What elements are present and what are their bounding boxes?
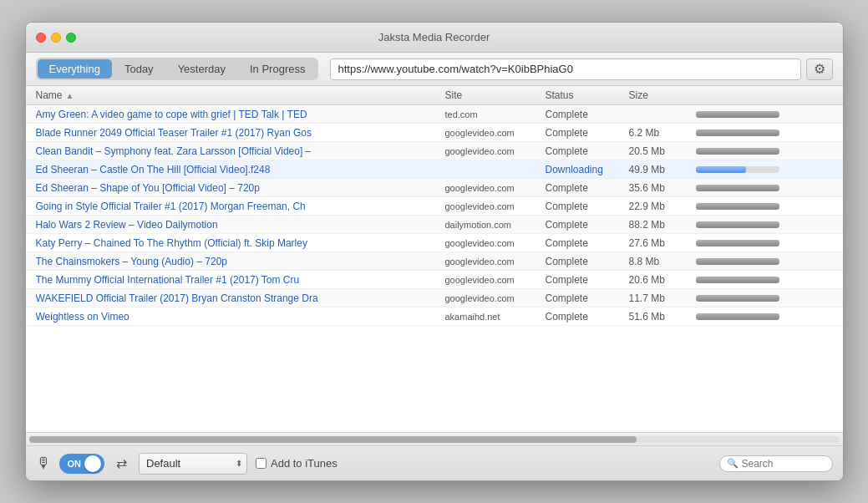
progress-bar-fill	[696, 203, 779, 210]
close-button[interactable]	[36, 33, 46, 43]
cell-site: googlevideo.com	[445, 257, 546, 267]
minimize-button[interactable]	[51, 33, 61, 43]
cell-bar	[696, 185, 833, 191]
table-row[interactable]: The Chainsmokers – Young (Audio) – 720p …	[26, 252, 843, 271]
cell-size: 49.9 Mb	[629, 164, 696, 175]
quality-select[interactable]: Default MP3 MP4 AAC FLAC	[139, 453, 247, 475]
cell-bar	[696, 130, 833, 136]
tab-inprogress[interactable]: In Progress	[238, 59, 317, 79]
table-row[interactable]: Amy Green: A video game to cope with gri…	[26, 105, 843, 124]
scrollbar-track[interactable]	[29, 436, 840, 443]
cell-name: Clean Bandit – Symphony feat. Zara Larss…	[36, 145, 445, 157]
cell-size: 27.6 Mb	[629, 237, 696, 249]
go-button[interactable]: ⚙	[806, 58, 833, 80]
table-body: Amy Green: A video game to cope with gri…	[26, 105, 843, 432]
titlebar: Jaksta Media Recorder	[26, 23, 843, 53]
cell-name: WAKEFIELD Official Trailer (2017) Bryan …	[36, 292, 445, 304]
progress-bar-fill	[696, 130, 779, 136]
cell-size: 22.9 Mb	[629, 201, 696, 212]
progress-bar-fill	[696, 185, 779, 191]
cell-status: Complete	[546, 109, 629, 120]
cell-bar	[696, 313, 833, 320]
tab-yesterday[interactable]: Yesterday	[166, 59, 237, 79]
cell-bar	[696, 258, 833, 265]
progress-bar-bg	[696, 313, 779, 320]
cell-status: Complete	[546, 127, 629, 139]
tab-everything[interactable]: Everything	[38, 59, 112, 79]
progress-bar-fill	[696, 111, 779, 118]
cell-site: googlevideo.com	[445, 293, 546, 303]
col-site: Site	[445, 89, 546, 101]
cell-status: Complete	[546, 311, 629, 323]
table-row[interactable]: Weightless on Vimeo akamaihd.net Complet…	[26, 307, 843, 326]
cell-status: Complete	[546, 201, 629, 212]
main-window: Jaksta Media Recorder Everything Today Y…	[25, 22, 844, 481]
table-row[interactable]: Halo Wars 2 Review – Video Dailymotion d…	[26, 216, 843, 234]
shuffle-icon[interactable]: ⇄	[113, 452, 130, 475]
itunes-checkbox-label[interactable]: Add to iTunes	[256, 457, 338, 470]
cell-status: Complete	[546, 237, 629, 249]
scrollbar-thumb[interactable]	[29, 436, 637, 443]
cell-site: ted.com	[445, 109, 546, 119]
cell-bar	[696, 148, 833, 155]
progress-bar-fill	[696, 313, 779, 320]
search-box[interactable]: 🔍	[719, 455, 833, 472]
cell-status: Complete	[546, 219, 629, 231]
maximize-button[interactable]	[66, 33, 76, 43]
itunes-checkbox[interactable]	[256, 458, 266, 469]
table-row[interactable]: Ed Sheeran – Shape of You [Official Vide…	[26, 179, 843, 197]
cell-status: Complete	[546, 274, 629, 286]
progress-bar-bg	[696, 240, 779, 246]
cell-status: Complete	[546, 256, 629, 267]
table-row[interactable]: Blade Runner 2049 Official Teaser Traile…	[26, 124, 843, 142]
progress-bar-fill	[696, 166, 746, 173]
scrollbar-area[interactable]	[26, 432, 843, 445]
default-select-wrapper: Default MP3 MP4 AAC FLAC ⬍	[139, 453, 247, 475]
col-name[interactable]: Name ▲	[36, 89, 445, 101]
progress-bar-fill	[696, 148, 779, 155]
table-row[interactable]: Katy Perry – Chained To The Rhythm (Offi…	[26, 234, 843, 252]
progress-bar-bg	[696, 221, 779, 228]
cell-name: Ed Sheeran – Shape of You [Official Vide…	[36, 182, 445, 194]
col-size: Size	[629, 89, 696, 101]
cell-size: 11.7 Mb	[629, 292, 696, 304]
cell-bar	[696, 203, 833, 210]
cell-site: akamaihd.net	[445, 312, 546, 322]
progress-bar-fill	[696, 221, 779, 228]
toggle-on-button[interactable]: ON	[59, 454, 105, 474]
cell-name: Katy Perry – Chained To The Rhythm (Offi…	[36, 237, 445, 249]
col-progress	[696, 89, 833, 101]
table-row[interactable]: Ed Sheeran – Castle On The Hill [Officia…	[26, 160, 843, 179]
cell-name: Going in Style Official Trailer #1 (2017…	[36, 201, 445, 212]
mic-icon[interactable]: 🎙	[36, 455, 51, 472]
table-row[interactable]: Going in Style Official Trailer #1 (2017…	[26, 197, 843, 216]
cell-size: 35.6 Mb	[629, 182, 696, 194]
cell-site: googlevideo.com	[445, 128, 546, 138]
cell-bar	[696, 221, 833, 228]
cell-site: googlevideo.com	[445, 275, 546, 285]
progress-bar-fill	[696, 277, 779, 283]
table-row[interactable]: The Mummy Official International Trailer…	[26, 271, 843, 289]
cell-name: Amy Green: A video game to cope with gri…	[36, 109, 445, 120]
table-row[interactable]: WAKEFIELD Official Trailer (2017) Bryan …	[26, 289, 843, 307]
cell-size: 6.2 Mb	[629, 127, 696, 139]
table-row[interactable]: Clean Bandit – Symphony feat. Zara Larss…	[26, 142, 843, 160]
cell-size: 20.5 Mb	[629, 145, 696, 157]
traffic-lights	[36, 33, 76, 43]
url-input[interactable]	[330, 58, 800, 80]
toggle-knob	[84, 455, 101, 472]
cell-site: googlevideo.com	[445, 183, 546, 193]
cell-size: 51.6 Mb	[629, 311, 696, 323]
tab-today[interactable]: Today	[113, 59, 165, 79]
content-area: Amy Green: A video game to cope with gri…	[26, 105, 843, 432]
cell-size: 20.6 Mb	[629, 274, 696, 286]
search-input[interactable]	[742, 458, 825, 470]
toolbar: Everything Today Yesterday In Progress ⚙	[26, 53, 843, 86]
table-header: Name ▲ Site Status Size	[26, 86, 843, 105]
cell-bar	[696, 166, 833, 173]
progress-bar-fill	[696, 258, 779, 265]
progress-bar-bg	[696, 111, 779, 118]
cell-bar	[696, 295, 833, 302]
cell-site: googlevideo.com	[445, 146, 546, 156]
cell-size: 8.8 Mb	[629, 256, 696, 267]
